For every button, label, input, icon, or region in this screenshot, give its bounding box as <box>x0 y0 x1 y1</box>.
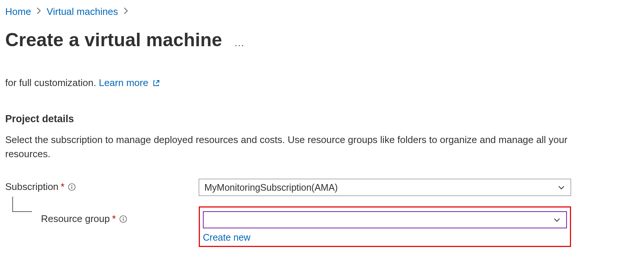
create-new-link[interactable]: Create new <box>203 232 251 243</box>
svg-point-1 <box>71 185 73 186</box>
subscription-dropdown[interactable]: MyMonitoringSubscription(AMA) <box>199 179 571 196</box>
chevron-down-icon <box>557 183 565 191</box>
svg-rect-2 <box>71 186 72 188</box>
chevron-right-icon <box>36 7 41 16</box>
breadcrumb-virtual-machines[interactable]: Virtual machines <box>47 7 118 16</box>
resource-group-row: Resource group * <box>5 206 578 247</box>
svg-point-4 <box>123 217 124 218</box>
required-indicator: * <box>112 213 116 225</box>
more-actions-button[interactable]: … <box>234 32 245 49</box>
svg-rect-5 <box>123 218 124 221</box>
page-title: Create a virtual machine <box>5 30 222 50</box>
subscription-value: MyMonitoringSubscription(AMA) <box>204 182 338 193</box>
chevron-right-icon <box>123 7 128 16</box>
breadcrumb: Home Virtual machines <box>5 7 639 16</box>
tree-connector-icon <box>10 197 36 222</box>
intro-text: for full customization. Learn more <box>5 77 578 89</box>
info-icon[interactable] <box>119 215 128 224</box>
subscription-row: Subscription * MyMonitoringSubscription(… <box>5 179 578 196</box>
resource-group-dropdown[interactable] <box>203 211 567 228</box>
info-icon[interactable] <box>67 183 76 191</box>
resource-group-label: Resource group <box>41 213 110 225</box>
external-link-icon <box>153 78 160 89</box>
chevron-down-icon <box>553 216 561 224</box>
project-details-description: Select the subscription to manage deploy… <box>5 133 569 161</box>
required-indicator: * <box>61 181 64 193</box>
breadcrumb-home[interactable]: Home <box>5 7 31 16</box>
resource-group-highlight: Create new <box>199 206 571 247</box>
learn-more-link[interactable]: Learn more <box>99 77 160 88</box>
learn-more-label: Learn more <box>99 77 148 88</box>
project-details-heading: Project details <box>5 113 578 125</box>
intro-fragment: for full customization. <box>5 77 99 88</box>
subscription-label: Subscription <box>5 181 58 193</box>
